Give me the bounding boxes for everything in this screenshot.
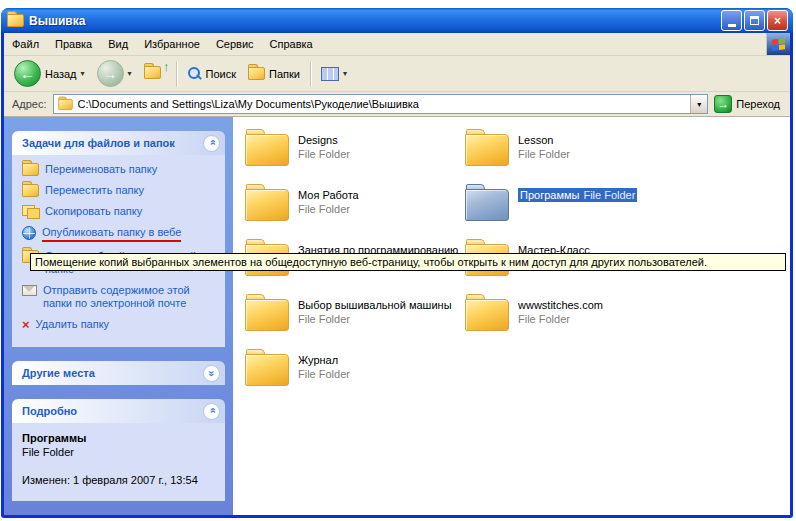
close-button[interactable]: × <box>767 10 788 31</box>
folder-icon <box>465 299 509 331</box>
file-item-zhurnal[interactable]: ЖурналFile Folder <box>245 351 459 406</box>
folder-icon <box>465 134 509 166</box>
panel-details: Подробно » Программы File Folder Изменен… <box>12 399 225 501</box>
details-name: Программы <box>22 431 221 445</box>
search-icon <box>187 66 202 81</box>
address-dropdown-button[interactable]: ▾ <box>690 95 707 113</box>
collapse-chevron-icon[interactable]: » <box>203 403 220 420</box>
title-bar[interactable]: Вышивка × <box>1 8 793 33</box>
folder-icon <box>245 299 289 331</box>
up-button[interactable]: ↑ <box>138 58 172 90</box>
search-button[interactable]: Поиск <box>181 58 242 90</box>
copy-folder-icon <box>22 205 39 218</box>
delete-icon: × <box>22 318 30 331</box>
address-label: Адрес: <box>8 98 53 110</box>
up-arrow-icon: ↑ <box>163 59 170 74</box>
task-email-folder[interactable]: Отправить содержимое этой папки по элект… <box>22 284 221 310</box>
move-folder-icon <box>22 184 39 197</box>
folder-icon <box>245 134 289 166</box>
menu-view[interactable]: Вид <box>100 33 136 55</box>
back-icon: ← <box>14 60 41 87</box>
go-button[interactable]: → Переход <box>708 95 786 113</box>
collapse-chevron-icon[interactable]: » <box>203 135 220 152</box>
details-header[interactable]: Подробно » <box>12 399 225 423</box>
forward-dropdown-icon[interactable]: ▾ <box>128 69 132 78</box>
file-item-vybor-mashiny[interactable]: Выбор вышивальной машиныFile Folder <box>245 296 459 351</box>
toolbar-separator <box>176 61 177 87</box>
other-places-header[interactable]: Другие места » <box>12 361 225 385</box>
file-tasks-title: Задачи для файлов и папок <box>22 137 175 149</box>
details-body: Программы File Folder Изменен: 1 февраля… <box>12 423 225 501</box>
rename-folder-icon <box>22 163 39 176</box>
task-publish-folder[interactable]: Опубликовать папку в вебе <box>22 226 221 242</box>
menu-bar: Файл Правка Вид Избранное Сервис Справка <box>4 33 790 56</box>
details-type: File Folder <box>22 445 221 459</box>
file-tasks-body: Переименовать папку Переместить папку Ск… <box>12 155 225 347</box>
windows-flag-icon <box>772 38 785 50</box>
expand-chevron-icon[interactable]: » <box>203 365 220 382</box>
menu-edit[interactable]: Правка <box>47 33 100 55</box>
go-label: Переход <box>736 98 780 110</box>
menu-help[interactable]: Справка <box>262 33 321 55</box>
toolbar-separator <box>310 61 311 87</box>
file-item-programmy-selected[interactable]: ПрограммыFile Folder <box>465 186 679 241</box>
task-move-folder[interactable]: Переместить папку <box>22 184 221 197</box>
panel-file-tasks: Задачи для файлов и папок » Переименоват… <box>12 131 225 347</box>
forward-button[interactable]: → ▾ <box>91 58 138 90</box>
menu-favorites[interactable]: Избранное <box>136 33 208 55</box>
file-list: DesignsFile Folder LessonFile Folder Моя… <box>233 117 790 515</box>
explorer-window: Вышивка × Файл Правка Вид Избранное Серв… <box>1 8 793 518</box>
views-icon <box>321 67 339 81</box>
address-input[interactable]: C:\Documents and Settings\Liza\My Docume… <box>53 94 709 114</box>
folders-button[interactable]: Папки <box>242 58 306 90</box>
window-body: Задачи для файлов и папок » Переименоват… <box>4 117 790 515</box>
toolbar: ← Назад ▾ → ▾ ↑ Поиск Папки ▾ <box>4 56 790 92</box>
file-item-wwwstitches[interactable]: wwwstitches.comFile Folder <box>465 296 679 351</box>
file-tasks-header[interactable]: Задачи для файлов и папок » <box>12 131 225 155</box>
maximize-icon <box>750 16 759 25</box>
panel-other-places: Другие места » <box>12 361 225 385</box>
file-item-lesson[interactable]: LessonFile Folder <box>465 131 679 186</box>
tooltip: Помещение копий выбранных элементов на о… <box>30 253 786 271</box>
folders-icon <box>248 67 265 80</box>
window-title: Вышивка <box>29 14 716 28</box>
details-title: Подробно <box>22 405 77 417</box>
task-copy-folder[interactable]: Скопировать папку <box>22 205 221 218</box>
file-item-designs[interactable]: DesignsFile Folder <box>245 131 459 186</box>
minimize-button[interactable] <box>721 10 742 31</box>
back-dropdown-icon[interactable]: ▾ <box>81 69 85 78</box>
menu-tools[interactable]: Сервис <box>208 33 262 55</box>
window-folder-icon <box>7 14 24 27</box>
task-rename-folder[interactable]: Переименовать папку <box>22 163 221 176</box>
minimize-icon <box>728 24 736 27</box>
task-delete-folder[interactable]: × Удалить папку <box>22 318 221 331</box>
folder-icon <box>245 354 289 386</box>
folders-label: Папки <box>269 68 300 80</box>
windows-logo <box>766 33 790 55</box>
maximize-button[interactable] <box>744 10 765 31</box>
other-places-title: Другие места <box>22 367 95 379</box>
go-icon: → <box>714 95 732 113</box>
folder-icon-selected <box>465 189 509 221</box>
menu-file[interactable]: Файл <box>4 33 47 55</box>
address-bar: Адрес: C:\Documents and Settings\Liza\My… <box>4 92 790 117</box>
forward-icon: → <box>97 60 124 87</box>
back-button[interactable]: ← Назад ▾ <box>8 58 91 90</box>
details-modified: Изменен: 1 февраля 2007 г., 13:54 <box>22 473 221 487</box>
publish-web-icon <box>22 226 36 240</box>
file-item-moya-rabota[interactable]: Моя РаботаFile Folder <box>245 186 459 241</box>
email-icon <box>22 285 37 296</box>
address-value: C:\Documents and Settings\Liza\My Docume… <box>78 98 691 110</box>
views-button[interactable]: ▾ <box>315 58 353 90</box>
up-folder-icon <box>144 66 161 79</box>
task-pane: Задачи для файлов и папок » Переименоват… <box>4 117 233 515</box>
back-label: Назад <box>45 68 77 80</box>
address-folder-icon <box>58 98 72 109</box>
views-dropdown-icon: ▾ <box>343 69 347 78</box>
search-label: Поиск <box>206 68 236 80</box>
folder-icon <box>245 189 289 221</box>
